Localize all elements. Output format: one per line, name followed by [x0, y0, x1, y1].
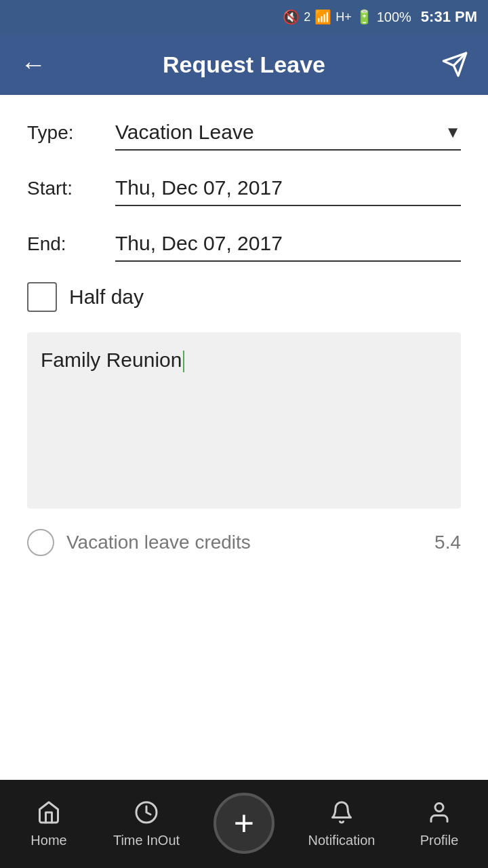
dropdown-arrow-icon: ▼	[445, 123, 461, 142]
start-label: Start:	[27, 178, 115, 199]
type-value: Vacation Leave	[115, 121, 254, 144]
back-button[interactable]: ←	[16, 47, 50, 81]
status-icons: 🔇 2 📶 H+ 🔋 100% 5:31 PM	[283, 8, 477, 26]
network-icon: H+	[336, 10, 352, 24]
bottom-navigation: Home Time InOut + Notification	[0, 780, 488, 868]
nav-add[interactable]: +	[195, 793, 293, 855]
profile-label: Profile	[420, 833, 459, 848]
start-row: Start: Thu, Dec 07, 2017	[27, 171, 461, 206]
status-time: 5:31 PM	[421, 8, 477, 26]
status-bar: 🔇 2 📶 H+ 🔋 100% 5:31 PM	[0, 0, 488, 34]
page-title: Request Leave	[50, 52, 438, 78]
nav-home[interactable]: Home	[0, 780, 98, 868]
form-content: Type: Vacation Leave ▼ Start: Thu, Dec 0…	[0, 95, 488, 780]
end-date-field[interactable]: Thu, Dec 07, 2017	[115, 226, 461, 262]
home-icon	[37, 800, 61, 829]
half-day-checkbox[interactable]	[27, 282, 57, 312]
credits-label: Vacation leave credits	[66, 532, 434, 553]
time-inout-icon	[134, 800, 159, 829]
add-button[interactable]: +	[214, 793, 274, 854]
nav-time-in-out[interactable]: Time InOut	[98, 780, 195, 868]
sim-icon: 2	[304, 10, 310, 24]
half-day-label: Half day	[69, 285, 144, 309]
credits-radio[interactable]	[27, 529, 54, 556]
end-date-value: Thu, Dec 07, 2017	[115, 232, 283, 255]
plus-icon: +	[234, 806, 254, 841]
half-day-row: Half day	[27, 282, 461, 312]
battery-icon: 🔋	[356, 9, 373, 25]
signal-icon: 📶	[314, 9, 331, 25]
text-cursor	[183, 351, 184, 372]
profile-icon	[427, 800, 451, 829]
time-inout-label: Time InOut	[113, 833, 180, 848]
type-label: Type:	[27, 122, 115, 144]
type-dropdown[interactable]: Vacation Leave ▼	[115, 115, 461, 151]
credits-row: Vacation leave credits 5.4	[27, 529, 461, 556]
start-date-field[interactable]: Thu, Dec 07, 2017	[115, 171, 461, 206]
notification-label: Notification	[308, 833, 375, 848]
nav-profile[interactable]: Profile	[390, 780, 488, 868]
header: ← Request Leave	[0, 34, 488, 95]
home-label: Home	[30, 833, 66, 848]
send-button[interactable]	[438, 47, 472, 81]
end-label: End:	[27, 233, 115, 255]
end-row: End: Thu, Dec 07, 2017	[27, 226, 461, 262]
notification-icon	[329, 800, 354, 829]
reason-textarea[interactable]: Family Reunion	[27, 332, 461, 509]
svg-point-3	[435, 803, 443, 811]
battery-percent: 100%	[377, 9, 411, 25]
type-row: Type: Vacation Leave ▼	[27, 115, 461, 151]
credits-value: 5.4	[434, 532, 461, 553]
mute-icon: 🔇	[283, 9, 300, 25]
nav-notification[interactable]: Notification	[293, 780, 390, 868]
start-date-value: Thu, Dec 07, 2017	[115, 176, 283, 199]
reason-text: Family Reunion	[41, 346, 447, 374]
